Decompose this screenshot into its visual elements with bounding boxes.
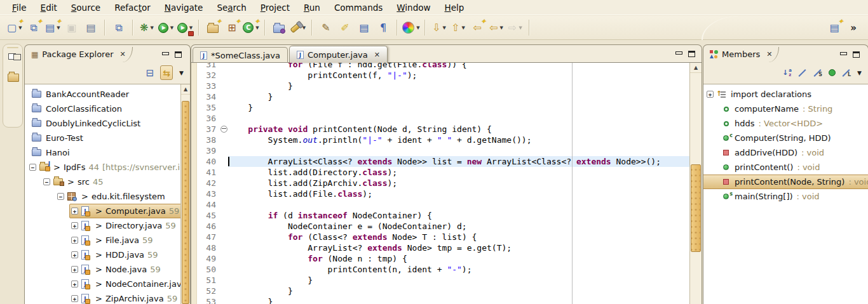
member-item[interactable]: printContent() : void — [703, 160, 868, 175]
code-line[interactable]: if (d instanceof NodeContainer) { — [228, 210, 690, 221]
code-line[interactable]: list.add(ZipArchiv.class); — [228, 178, 690, 188]
restore-views-icon[interactable] — [8, 53, 18, 62]
save-button[interactable]: ▣ — [62, 19, 81, 37]
new-window-button[interactable]: ⧉✦ — [24, 19, 43, 37]
collapse-icon[interactable]: − — [29, 164, 36, 171]
expand-icon[interactable]: + — [71, 251, 78, 258]
last-edit-location-button[interactable]: ⇦✦ — [468, 19, 487, 37]
expand-icon[interactable]: + — [71, 295, 78, 302]
show-public-button[interactable] — [829, 69, 836, 76]
code-line[interactable]: for (Node n : tmp) { — [228, 253, 690, 264]
sort-button[interactable]: ↓az — [782, 69, 792, 77]
menu-item-search[interactable]: Search — [210, 1, 253, 15]
code-line[interactable] — [228, 113, 690, 124]
menu-item-help[interactable]: Help — [438, 1, 471, 15]
maximize-button[interactable] — [853, 51, 860, 58]
expand-icon[interactable]: + — [71, 208, 78, 215]
member-item[interactable]: addDrive(HDD) : void — [703, 145, 868, 160]
code-line[interactable]: ArrayList<? extends Node> tmp = e.get(T)… — [228, 242, 690, 253]
scrollbar-thumb[interactable] — [691, 164, 701, 252]
close-icon[interactable]: ✕ — [374, 51, 380, 59]
member-item[interactable]: hdds : Vector<HDD> — [703, 116, 868, 131]
search-button[interactable]: ▼ — [288, 19, 308, 37]
code-line[interactable] — [228, 145, 690, 156]
run-button[interactable]: ▶▼ — [156, 19, 175, 37]
menu-item-run[interactable]: Run — [297, 1, 327, 15]
view-menu-button[interactable]: ▼ — [857, 70, 862, 76]
new-package-button[interactable]: ⊞✦ — [222, 19, 241, 37]
minimize-button[interactable] — [840, 51, 847, 58]
new-class-button[interactable]: C✦▼ — [241, 19, 261, 37]
dropdown-arrow-icon[interactable]: ▼ — [416, 25, 419, 30]
code-line[interactable]: } — [228, 286, 690, 296]
minimize-button[interactable] — [162, 51, 169, 58]
dropdown-arrow-icon[interactable]: ▼ — [189, 25, 193, 30]
link-with-editor-button[interactable]: ⇆ — [160, 65, 173, 80]
code-line[interactable]: for (File f : hdd.get(File.class)) { — [228, 63, 690, 70]
dropdown-arrow-icon[interactable]: ▼ — [462, 25, 465, 30]
back-button[interactable]: ⇦▼ — [487, 19, 506, 37]
code-line[interactable]: System.out.println("|-" + ident + " " + … — [228, 135, 690, 145]
collapse-icon[interactable]: − — [43, 178, 50, 185]
code-line[interactable]: printContent(f, "|-"); — [228, 70, 690, 81]
menu-item-file[interactable]: File — [5, 1, 34, 15]
editor-tab-computer-java[interactable]: JComputer.java✕ — [289, 46, 388, 63]
color-palette-button[interactable]: ▼ — [402, 19, 421, 37]
expand-icon[interactable]: + — [71, 237, 78, 244]
close-icon[interactable]: ✕ — [120, 50, 126, 58]
tree-item[interactable]: +J>HDD.java59 — [25, 248, 181, 262]
code-pane[interactable]: for (File f : hdd.get(File.class)) { pri… — [228, 63, 690, 304]
tree-item[interactable]: +J>File.java59 — [25, 233, 181, 248]
tree-item[interactable]: Hanoi — [25, 145, 181, 160]
code-line[interactable] — [228, 199, 690, 210]
tree-item[interactable]: Euro-Test — [25, 131, 181, 145]
fold-collapse-icon[interactable] — [220, 126, 227, 133]
maximize-button[interactable] — [175, 51, 182, 58]
new-wizard-button[interactable]: ▢✦▼ — [5, 19, 24, 37]
code-line[interactable]: printContent(n, ident + "-"); — [228, 264, 690, 275]
member-item[interactable]: printContent(Node, String) : void — [703, 175, 868, 189]
code-editor[interactable]: 3132333435363738394041424344454647484950… — [191, 63, 702, 304]
dropdown-arrow-icon[interactable]: ▼ — [255, 25, 259, 30]
tree-item[interactable]: +J>NodeContainer.java — [25, 277, 181, 291]
code-line[interactable]: for (Class<? extends Node> T : list) { — [228, 232, 690, 242]
previous-annotation-button[interactable]: ⇧▼ — [449, 19, 468, 37]
tree-item[interactable]: −>edu.kit.filesystem — [25, 189, 181, 204]
open-folder-icon[interactable] — [8, 74, 18, 83]
close-icon[interactable]: ✕ — [766, 50, 772, 58]
code-line[interactable]: } — [228, 102, 690, 113]
expand-icon[interactable]: + — [71, 266, 78, 273]
dropdown-arrow-icon[interactable]: ▼ — [57, 25, 60, 30]
debug-button[interactable]: ❋▼ — [137, 19, 156, 37]
tab-package-explorer[interactable]: ▦ Package Explorer ✕ — [29, 47, 133, 62]
menu-item-source[interactable]: Source — [64, 1, 107, 15]
dropdown-arrow-icon[interactable]: ▼ — [170, 25, 173, 30]
tree-item[interactable]: −J>IpdFs44[https://svnserver.i — [25, 160, 181, 175]
member-item[interactable]: smain(String[]) : void — [703, 189, 868, 204]
show-paragraph-button[interactable]: ¶ — [374, 19, 393, 37]
member-item[interactable]: cComputer(String, HDD) — [703, 131, 868, 145]
new-java-project-button[interactable]: ✦ — [203, 19, 222, 37]
code-line[interactable]: } — [228, 91, 690, 102]
dropdown-arrow-icon[interactable]: ▼ — [18, 25, 22, 30]
menu-item-window[interactable]: Window — [390, 1, 437, 15]
code-line[interactable]: } — [228, 275, 690, 286]
print-button[interactable]: ▤ — [81, 19, 100, 37]
dropdown-arrow-icon[interactable]: ▼ — [519, 25, 522, 30]
tree-item[interactable]: BankAccountReader — [25, 87, 181, 102]
editor-scrollbar[interactable]: ▲ — [689, 63, 702, 304]
minimize-button[interactable] — [675, 51, 682, 58]
highlight-button[interactable]: ✐ — [336, 19, 355, 37]
package-explorer-scrollbar[interactable]: ▲ — [180, 84, 190, 304]
expand-icon[interactable]: + — [707, 91, 714, 98]
mark-occurrences-button[interactable]: ✎ — [316, 19, 336, 37]
open-element-button[interactable]: ⧉ — [109, 19, 128, 37]
menu-item-commands[interactable]: Commands — [327, 1, 390, 15]
dropdown-arrow-icon[interactable]: ▼ — [151, 25, 154, 30]
expand-icon[interactable]: + — [71, 222, 78, 229]
next-annotation-button[interactable]: ⇩▼ — [430, 19, 449, 37]
new-editor-button[interactable]: ▤✦▼ — [43, 19, 62, 37]
menu-item-navigate[interactable]: Navigate — [158, 1, 210, 15]
tree-item[interactable]: −>src45 — [25, 175, 181, 189]
forward-button[interactable]: ⇨▼ — [506, 19, 525, 37]
